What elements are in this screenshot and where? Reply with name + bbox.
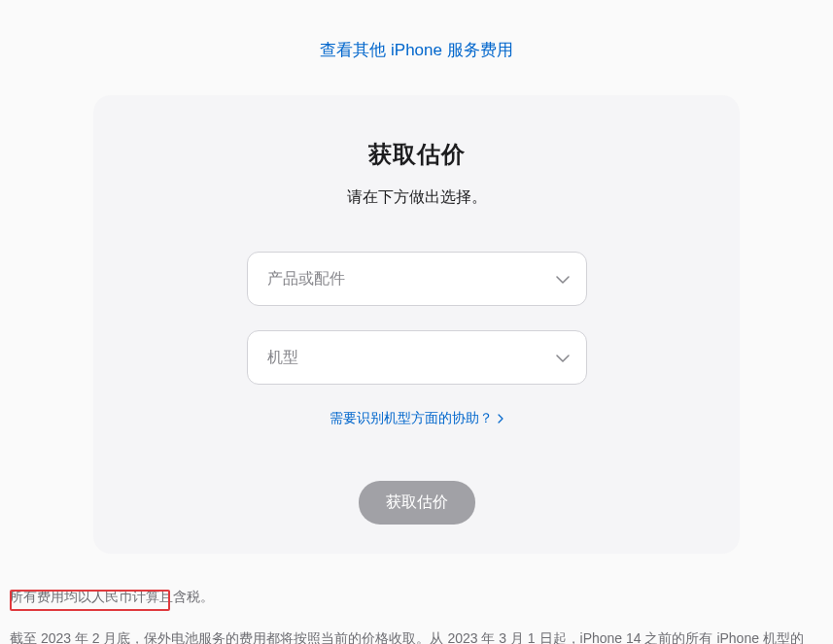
product-select-wrapper: 产品或配件 [247,252,587,306]
help-link-label: 需要识别机型方面的协助？ [330,410,493,425]
chevron-right-icon [498,411,503,426]
card-subtitle: 请在下方做出选择。 [132,187,701,208]
model-select[interactable]: 机型 [247,330,587,385]
help-link-container: 需要识别机型方面的协助？ [132,409,701,427]
model-select-wrapper: 机型 [247,330,587,385]
footer-note-currency: 所有费用均以人民币计算且含税。 [10,583,816,610]
card-title: 获取估价 [132,139,701,170]
get-estimate-button[interactable]: 获取估价 [359,481,475,525]
estimate-card: 获取估价 请在下方做出选择。 产品或配件 机型 需要识别机型方面的协助？ 获取估… [93,95,740,554]
product-select[interactable]: 产品或配件 [247,252,587,306]
footer-note-pricing: 截至 2023 年 2 月底，保外电池服务的费用都将按照当前的价格收取。从 20… [10,625,816,644]
top-link-container: 查看其他 iPhone 服务费用 [0,39,833,61]
footer-notes: 所有费用均以人民币计算且含税。 截至 2023 年 2 月底，保外电池服务的费用… [10,583,816,644]
other-services-link[interactable]: 查看其他 iPhone 服务费用 [320,41,512,59]
identify-model-help-link[interactable]: 需要识别机型方面的协助？ [330,410,504,425]
